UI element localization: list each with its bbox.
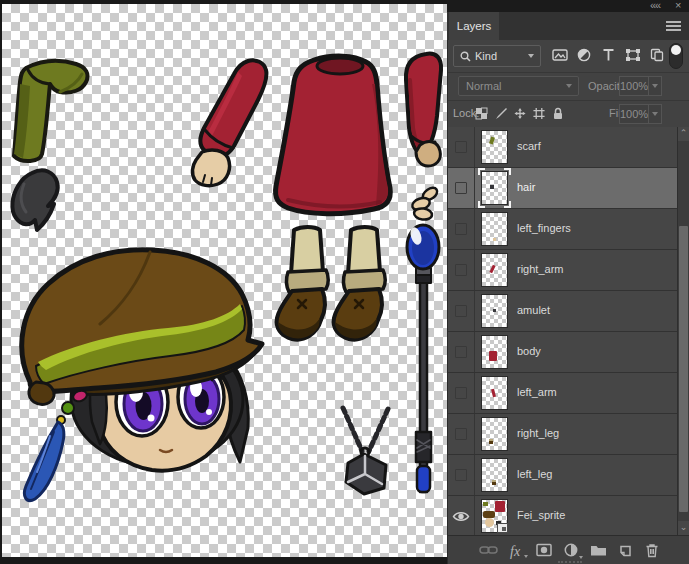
sprite-right-leg [277,227,329,340]
opacity-dropdown[interactable] [648,77,661,95]
chevron-down-icon [652,112,658,116]
layer-row-right-arm[interactable]: right_arm [448,250,677,291]
visibility-toggle[interactable] [448,291,475,331]
layer-name: left_fingers [517,222,571,234]
visibility-hidden-box [455,469,467,481]
lock-image-pixels-icon[interactable] [494,107,508,120]
visibility-hidden-box [455,223,467,235]
chevron-down-icon [528,54,534,58]
visibility-toggle[interactable] [448,496,475,536]
lock-transparent-pixels-icon[interactable] [475,107,488,120]
layer-row-left-fingers[interactable]: left_fingers [448,209,677,250]
layer-row-hair[interactable]: hair [448,168,677,209]
visibility-hidden-box [455,305,467,317]
scroll-up-icon[interactable]: ⌃ [678,127,689,141]
visibility-hidden-box [455,428,467,440]
layers-panel: «« × Layers Kind [447,0,689,564]
toggle-knob [671,45,681,55]
layer-thumbnail[interactable] [481,335,508,369]
close-panel-icon[interactable]: × [675,0,679,12]
fill-field[interactable]: 100% [619,104,662,124]
layer-thumbnail[interactable] [481,499,508,533]
sprite-left-arm [192,60,266,185]
layer-name: right_leg [517,427,559,439]
layer-name: scarf [517,140,541,152]
layer-thumbnail[interactable] [481,253,508,287]
new-layer-icon[interactable] [618,543,633,558]
visibility-toggle[interactable] [448,414,475,454]
tab-layers[interactable]: Layers [449,12,499,40]
layer-effects-icon[interactable]: fx [510,542,520,560]
collapse-panel-icon2: « [655,0,659,12]
panel-menu-icon[interactable] [666,21,681,31]
visibility-toggle[interactable] [448,209,475,249]
delete-layer-icon[interactable] [645,543,659,558]
type-layers-filter-icon[interactable] [602,48,615,62]
filter-kind-dropdown[interactable]: Kind [453,45,541,67]
panel-titlebar: «« × [447,0,689,12]
smart-object-badge-icon [497,523,508,533]
sprite-amulet [343,408,388,494]
layer-name: left_arm [517,386,557,398]
sprite-left-leg [334,227,386,340]
link-layers-icon[interactable] [479,543,498,557]
sprite-right-arm [406,54,441,166]
new-adjustment-layer-icon[interactable] [564,543,578,557]
layer-row-scarf[interactable]: scarf [448,127,677,168]
visibility-toggle[interactable] [448,250,475,290]
layer-filtering-toggle[interactable] [669,43,683,69]
layer-thumbnail[interactable] [481,171,508,205]
layer-row-left-leg[interactable]: left_leg [448,455,677,496]
opacity-field[interactable]: 100% [619,76,662,96]
sprite-staff [407,225,439,492]
blend-mode-dropdown[interactable]: Normal [458,76,579,96]
panel-content: Kind [447,40,689,564]
layer-thumbnail[interactable] [481,458,508,492]
opacity-value: 100% [620,77,648,95]
sprite-head [22,250,262,501]
layer-row-body[interactable]: body [448,332,677,373]
layer-row-right-leg[interactable]: right_leg [448,414,677,455]
panel-bottom-bar: fx [448,535,689,564]
layer-row-fei-sprite[interactable]: Fei_sprite [448,496,677,537]
search-icon [460,51,471,62]
eye-icon [452,510,470,523]
layer-thumbnail[interactable] [481,130,508,164]
fill-dropdown[interactable] [648,105,661,123]
visibility-toggle[interactable] [448,373,475,413]
adjustment-layers-filter-icon[interactable] [577,48,591,62]
pixel-layers-filter-icon[interactable] [552,48,568,62]
layer-thumbnail[interactable] [481,212,508,246]
document-canvas[interactable] [2,4,447,557]
sprite-hair-tuft [12,170,57,230]
new-group-icon[interactable] [590,543,607,557]
layer-thumbnail[interactable] [481,417,508,451]
scrollbar-thumb[interactable] [679,226,688,512]
fx-label: fx [510,544,520,559]
sprite-left-fingers [411,185,440,220]
layer-row-left-arm[interactable]: left_arm [448,373,677,414]
smart-objects-filter-icon[interactable] [650,48,664,62]
layer-thumbnail[interactable] [481,294,508,328]
filter-row: Kind [448,40,689,72]
lock-artboard-icon[interactable] [532,107,546,120]
scroll-down-icon[interactable]: ⌄ [678,521,689,535]
shape-layers-filter-icon[interactable] [625,48,641,62]
visibility-toggle[interactable] [448,127,475,167]
application-window: «« × Layers Kind [0,0,689,564]
layer-row-amulet[interactable]: amulet [448,291,677,332]
fill-value: 100% [620,105,648,123]
blend-mode-value: Normal [466,80,501,92]
panel-resize-grip[interactable] [558,561,582,563]
visibility-toggle[interactable] [448,168,475,208]
layers-scrollbar[interactable]: ⌃ ⌄ [677,127,689,535]
collapse-panel-icon[interactable]: « [650,0,654,12]
sprite-sheet-artwork [2,4,447,557]
layer-thumbnail[interactable] [481,376,508,410]
lock-all-icon[interactable] [552,107,564,120]
lock-position-icon[interactable] [513,107,527,120]
visibility-toggle[interactable] [448,332,475,372]
visibility-toggle[interactable] [448,455,475,495]
layer-name: Fei_sprite [517,509,565,521]
add-layer-mask-icon[interactable] [536,543,552,557]
